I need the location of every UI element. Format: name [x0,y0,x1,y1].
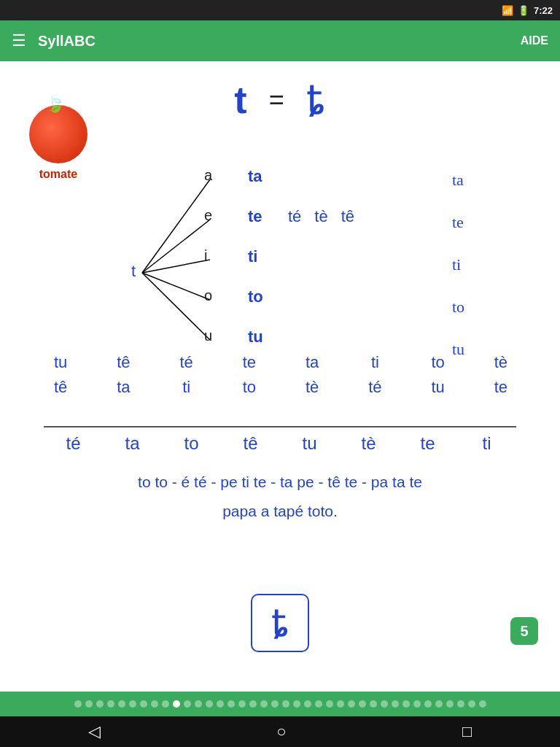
main-content: t = ȶ 🍃 tomate t a e i o u ta te [0,61,560,703]
bottom-ti: ti [469,433,505,454]
syl-te-acute-2: té [357,378,393,397]
status-bar: 📶 🔋 7:22 [0,0,560,20]
syl-ta-1: ta [294,353,330,372]
right-col-ti: ti [452,255,464,274]
nav-bar: ◁ ○ □ [0,716,560,747]
letter-cursive: ȶ [306,76,326,123]
syl-ti-1: ti [357,353,393,372]
aide-button[interactable]: AIDE [521,34,548,47]
nav-recent-button[interactable]: □ [462,722,472,741]
dot-25[interactable] [348,700,355,708]
sentence-line-2: papa a tapé toto. [29,499,531,524]
dot-22[interactable] [315,700,322,708]
dot-6[interactable] [140,700,147,708]
dot-33[interactable] [435,700,443,708]
tree-syl-te-acute: té [288,207,301,226]
dot-23[interactable] [326,700,333,708]
bottom-ta: ta [114,433,151,454]
dot-5[interactable] [129,700,136,708]
time-display: 7:22 [534,5,553,16]
dot-7[interactable] [151,700,158,708]
dot-1[interactable] [85,700,93,708]
tree-syl-te-grave: tè [314,207,327,226]
dot-10[interactable] [184,700,191,708]
menu-button[interactable]: ☰ [12,31,26,50]
dot-2[interactable] [96,700,104,708]
tree-syl-te: te [248,207,262,226]
bottom-syl-row-1: té ta to tê tu tè te ti [44,433,516,454]
dot-19[interactable] [282,700,289,708]
letter-equals: = [269,85,284,115]
syl-te-1: te [231,353,268,372]
syl-tu-1: tu [42,353,79,372]
dot-31[interactable] [413,700,421,708]
dot-27[interactable] [370,700,377,708]
syl-te-acute-1: té [168,353,205,372]
dot-9[interactable] [173,700,180,708]
dot-14[interactable] [228,700,235,708]
bottom-te-circ: tê [233,433,269,454]
page-badge: 5 [510,617,538,645]
bottom-te-grave: tè [351,433,387,454]
tree-right-col: ta te ti to tu [452,171,464,382]
nav-back-button[interactable]: ◁ [88,722,101,741]
tree-syl-to: to [248,287,263,306]
dot-35[interactable] [457,700,464,708]
dot-18[interactable] [271,700,279,708]
right-col-to: to [452,298,464,317]
dot-16[interactable] [249,700,257,708]
dot-34[interactable] [446,700,454,708]
dot-26[interactable] [359,700,366,708]
syl-tu-2: tu [420,378,456,397]
dot-3[interactable] [107,700,114,708]
cursive-card[interactable]: ȶ [251,594,309,652]
syl-te-2: te [483,378,519,397]
dots-nav [0,692,560,716]
tree-vowel-u: u [204,328,212,344]
syl-to-2: to [231,378,268,397]
tomato-leaves-icon: 🍃 [45,95,65,114]
signal-icon: 📶 [502,5,513,16]
dot-24[interactable] [337,700,344,708]
tree-syl-ti: ti [248,247,257,266]
dot-32[interactable] [424,700,432,708]
letter-header: t = ȶ [22,76,538,123]
tree-labels: t a e i o u ta te ti to tu té tè tê ta t… [102,134,423,324]
tree-syl-ta: ta [248,167,262,186]
tree-vowel-i: i [204,247,207,264]
tomato-label: tomate [29,168,88,181]
dot-8[interactable] [162,700,169,708]
syllable-tree: t a e i o u ta te ti to tu té tè tê ta t… [102,134,423,324]
dot-15[interactable] [238,700,246,708]
tree-te-variants: té tè tê [288,207,354,226]
toolbar: ☰ SyllABC AIDE [0,20,560,61]
dot-36[interactable] [468,700,475,708]
dot-13[interactable] [217,700,224,708]
syl-te-circ-1: tê [105,353,141,372]
dot-21[interactable] [304,700,311,708]
dot-12[interactable] [206,700,213,708]
syllable-rows: tu tê té te ta ti to tè tê ta ti to tè t… [29,353,532,403]
sentence-line-1: to to - é té - pe ti te - ta pe - tê te … [29,470,531,495]
dot-11[interactable] [195,700,202,708]
tomato-image: 🍃 [29,105,88,163]
dot-29[interactable] [392,700,399,708]
dot-17[interactable] [260,700,268,708]
dot-37[interactable] [479,700,486,708]
nav-home-button[interactable]: ○ [276,722,286,741]
syl-te-circ-2: tê [42,378,79,397]
dot-30[interactable] [402,700,410,708]
dot-28[interactable] [381,700,388,708]
battery-icon: 🔋 [518,5,529,16]
bottom-tu: tu [292,433,328,454]
bottom-to: to [174,433,210,454]
tree-syl-tu: tu [248,328,263,347]
tree-vowel-o: o [204,287,212,304]
bottom-te: te [410,433,446,454]
dot-0[interactable] [74,700,82,708]
tree-root-t: t [131,262,136,281]
dot-20[interactable] [293,700,300,708]
sentence-section: to to - é té - pe ti te - ta pe - tê te … [29,470,531,527]
dot-4[interactable] [118,700,125,708]
tree-syl-te-circ: tê [341,207,354,226]
